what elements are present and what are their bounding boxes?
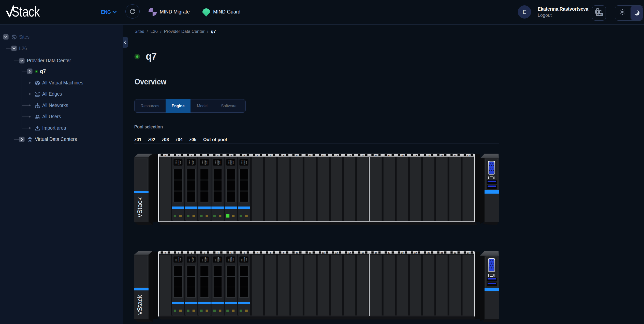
svg-text:1: 1 [178, 252, 179, 254]
svg-text:***: *** [597, 13, 602, 16]
svg-text:SAS/SATA: SAS/SATA [192, 257, 193, 262]
svg-text:12GB: 12GB [180, 258, 181, 261]
svg-text:SAS/SATA: SAS/SATA [231, 257, 232, 262]
svg-text:12GB: 12GB [193, 258, 194, 261]
svg-text:SAS/SATA: SAS/SATA [205, 160, 206, 165]
svg-text:SAS/SATA: SAS/SATA [218, 160, 219, 165]
svg-text:5: 5 [230, 154, 232, 157]
svg-text:13: 13 [335, 252, 338, 254]
svg-text:SAS/SATA: SAS/SATA [244, 160, 245, 165]
svg-text:14: 14 [348, 252, 351, 254]
svg-text:17: 17 [388, 154, 390, 157]
svg-text:12GB: 12GB [232, 161, 234, 164]
svg-text:13: 13 [335, 154, 338, 157]
svg-text:10: 10 [296, 252, 298, 254]
svg-text:1: 1 [178, 154, 179, 157]
svg-text:12GB: 12GB [219, 258, 221, 261]
svg-text:HDD 1: HDD 1 [175, 160, 177, 165]
svg-text:22: 22 [454, 252, 456, 254]
svg-text:19: 19 [414, 154, 417, 157]
svg-text:14: 14 [348, 154, 351, 157]
svg-text:11: 11 [309, 154, 312, 157]
svg-text:12GB: 12GB [232, 258, 234, 261]
svg-text:12: 12 [322, 252, 325, 254]
svg-text:15: 15 [361, 154, 364, 157]
svg-text:20: 20 [427, 252, 430, 254]
svg-text:7: 7 [257, 154, 258, 157]
svg-text:HDD 1: HDD 1 [228, 258, 229, 261]
svg-text:23: 23 [467, 252, 470, 254]
svg-text:8: 8 [270, 252, 271, 254]
svg-text:SAS/SATA: SAS/SATA [231, 160, 232, 165]
svg-text:12GB: 12GB [206, 161, 208, 164]
svg-text:vStack: vStack [136, 294, 143, 315]
svg-text:2: 2 [191, 252, 192, 254]
svg-text:HDD 1: HDD 1 [241, 160, 243, 165]
svg-text:3: 3 [204, 252, 205, 254]
svg-text:12GB: 12GB [193, 161, 194, 164]
svg-text:0: 0 [165, 252, 166, 254]
svg-text:9: 9 [283, 252, 284, 254]
svg-text:12GB: 12GB [219, 161, 221, 164]
svg-text:16: 16 [375, 252, 377, 254]
svg-text:12GB: 12GB [206, 258, 207, 261]
svg-text:HDD 1: HDD 1 [215, 160, 216, 165]
svg-text:7: 7 [257, 252, 258, 254]
svg-text:6: 6 [244, 252, 245, 254]
svg-text:vStack: vStack [136, 197, 143, 217]
svg-text:HDD 1: HDD 1 [215, 258, 216, 261]
svg-text:10: 10 [296, 154, 298, 157]
svg-text:5: 5 [230, 252, 232, 254]
svg-text:HDD 1: HDD 1 [241, 258, 243, 261]
svg-text:HDD 1: HDD 1 [175, 258, 177, 261]
svg-text:16: 16 [375, 154, 377, 157]
svg-text:4: 4 [217, 154, 218, 157]
svg-text:12: 12 [322, 154, 325, 157]
svg-text:11: 11 [309, 252, 312, 254]
svg-text:23: 23 [467, 154, 470, 157]
svg-text:HDD 1: HDD 1 [188, 258, 190, 261]
svg-text:15: 15 [361, 252, 364, 254]
svg-text:HDD 1: HDD 1 [188, 160, 190, 165]
svg-text:SAS/SATA: SAS/SATA [192, 160, 193, 165]
svg-text:0: 0 [165, 154, 166, 157]
svg-text:6: 6 [244, 154, 245, 157]
svg-text:20: 20 [427, 154, 430, 157]
svg-text:3: 3 [204, 154, 205, 157]
svg-text:HDD 1: HDD 1 [228, 160, 230, 165]
svg-text:8: 8 [270, 154, 271, 157]
svg-text:9: 9 [283, 154, 284, 157]
svg-text:12GB: 12GB [180, 161, 181, 164]
svg-text:SAS/SATA: SAS/SATA [244, 257, 245, 262]
svg-text:HDD 1: HDD 1 [202, 160, 203, 165]
svg-text:SAS/SATA: SAS/SATA [218, 257, 219, 262]
svg-text:SAS/SATA: SAS/SATA [178, 160, 180, 165]
svg-text:21: 21 [441, 252, 443, 254]
svg-text:HDD 1: HDD 1 [202, 258, 203, 261]
svg-text:21: 21 [441, 154, 443, 157]
svg-text:4: 4 [217, 252, 218, 254]
svg-text:19: 19 [414, 252, 417, 254]
svg-text:SAS/SATA: SAS/SATA [178, 257, 180, 262]
svg-text:17: 17 [388, 252, 390, 254]
svg-text:12GB: 12GB [246, 161, 247, 164]
svg-text:2: 2 [191, 154, 192, 157]
svg-text:12GB: 12GB [246, 258, 247, 261]
svg-text:SAS/SATA: SAS/SATA [205, 257, 206, 262]
svg-text:18: 18 [401, 154, 404, 157]
svg-text:Stack: Stack [12, 4, 40, 20]
svg-text:22: 22 [454, 154, 456, 157]
svg-text:18: 18 [401, 252, 404, 254]
